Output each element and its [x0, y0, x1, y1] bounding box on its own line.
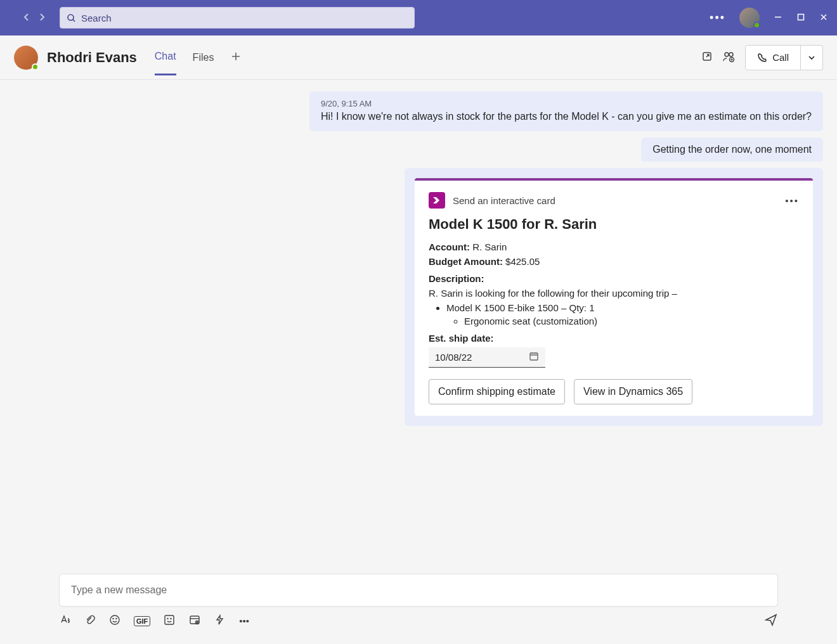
more-menu[interactable]: ••• — [710, 11, 725, 25]
confirm-shipping-button[interactable]: Confirm shipping estimate — [429, 379, 565, 404]
contact-name: Rhodri Evans — [47, 49, 137, 66]
card-message: Send an interactive card ••• Model K 150… — [405, 168, 823, 426]
add-people-icon[interactable] — [722, 50, 736, 65]
card-app-label: Send an interactive card — [453, 195, 555, 206]
close-button[interactable] — [819, 13, 828, 23]
svg-point-4 — [729, 53, 733, 56]
message-text: Hi! I know we're not always in stock for… — [321, 111, 812, 122]
format-icon[interactable] — [59, 614, 72, 628]
send-button[interactable] — [764, 613, 778, 629]
composer: Type a new message GIF ••• — [59, 574, 778, 629]
actions-icon[interactable] — [214, 614, 226, 628]
call-button[interactable]: Call — [745, 45, 801, 70]
svg-rect-1 — [798, 14, 804, 20]
power-automate-icon — [429, 192, 445, 209]
adaptive-card: Send an interactive card ••• Model K 150… — [415, 178, 813, 416]
chat-body: 9/20, 9:15 AM Hi! I know we're not alway… — [0, 80, 837, 574]
gif-icon[interactable]: GIF — [134, 616, 150, 626]
title-bar: Search ••• — [0, 0, 837, 35]
svg-point-0 — [68, 15, 74, 20]
contact-avatar[interactable] — [14, 46, 38, 70]
svg-point-11 — [167, 619, 168, 619]
popout-icon[interactable] — [701, 50, 713, 65]
minimize-button[interactable] — [774, 13, 782, 23]
sticker-icon[interactable] — [163, 614, 176, 628]
message-text: Getting the order now, one moment — [652, 144, 812, 155]
search-placeholder: Search — [81, 13, 112, 23]
card-title: Model K 1500 for R. Sarin — [429, 216, 799, 233]
card-more-menu[interactable]: ••• — [785, 195, 799, 206]
timestamp: 9/20, 9:15 AM — [321, 99, 812, 108]
forward-button[interactable] — [37, 12, 47, 24]
emoji-icon[interactable] — [108, 614, 121, 628]
tab-chat[interactable]: Chat — [155, 39, 176, 75]
svg-point-7 — [110, 615, 119, 624]
attach-icon[interactable] — [84, 614, 96, 628]
outgoing-message[interactable]: Getting the order now, one moment — [641, 138, 823, 162]
presence-available-icon — [753, 22, 760, 29]
search-input[interactable]: Search — [60, 7, 415, 29]
calendar-icon — [529, 351, 539, 363]
back-button[interactable] — [22, 12, 32, 24]
maximize-button[interactable] — [796, 13, 805, 23]
user-avatar[interactable] — [739, 8, 760, 28]
view-dynamics-button[interactable]: View in Dynamics 365 — [574, 379, 692, 404]
call-label: Call — [772, 52, 789, 63]
ship-date-input[interactable]: 10/08/22 — [429, 347, 545, 368]
call-options-button[interactable] — [801, 45, 823, 70]
message-input[interactable]: Type a new message — [59, 574, 778, 607]
svg-rect-6 — [530, 353, 538, 360]
composer-more-menu[interactable]: ••• — [239, 615, 249, 626]
loop-icon[interactable] — [188, 614, 201, 628]
svg-point-9 — [116, 619, 117, 619]
svg-point-3 — [725, 53, 729, 56]
svg-point-12 — [171, 619, 171, 619]
add-tab-button[interactable] — [230, 39, 242, 76]
svg-rect-10 — [165, 615, 174, 624]
tab-files[interactable]: Files — [193, 41, 214, 75]
presence-available-icon — [32, 63, 39, 70]
svg-point-8 — [113, 619, 114, 619]
incoming-message[interactable]: 9/20, 9:15 AM Hi! I know we're not alway… — [309, 91, 823, 131]
chat-header: Rhodri Evans Chat Files Call — [0, 35, 837, 80]
